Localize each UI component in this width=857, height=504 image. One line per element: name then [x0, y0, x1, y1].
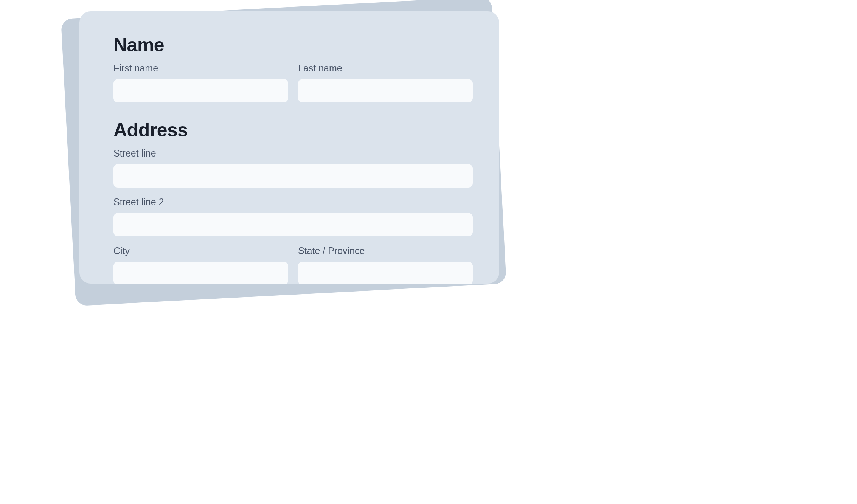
last-name-input[interactable] — [298, 79, 473, 102]
first-name-input[interactable] — [113, 79, 288, 102]
city-field: City — [113, 245, 288, 284]
street-line-2-label: Street line 2 — [113, 197, 473, 208]
state-field: State / Province — [298, 245, 473, 284]
city-state-row: City State / Province — [113, 245, 473, 284]
last-name-field: Last name — [298, 63, 473, 102]
form-card-stack: Name First name Last name Address Street… — [68, 8, 507, 302]
last-name-label: Last name — [298, 63, 473, 74]
form-card: Name First name Last name Address Street… — [79, 11, 499, 284]
first-name-field: First name — [113, 63, 288, 102]
address-section-heading: Address — [113, 119, 473, 141]
street-line-2-field: Street line 2 — [113, 197, 473, 236]
street-line-2-input[interactable] — [113, 213, 473, 236]
first-name-label: First name — [113, 63, 288, 74]
street-line-input[interactable] — [113, 164, 473, 188]
city-input[interactable] — [113, 262, 288, 284]
state-label: State / Province — [298, 245, 473, 256]
street-line-label: Street line — [113, 148, 473, 159]
state-input[interactable] — [298, 262, 473, 284]
name-section-heading: Name — [113, 34, 473, 56]
name-row: First name Last name — [113, 63, 473, 102]
street-line-field: Street line — [113, 148, 473, 188]
city-label: City — [113, 245, 288, 256]
